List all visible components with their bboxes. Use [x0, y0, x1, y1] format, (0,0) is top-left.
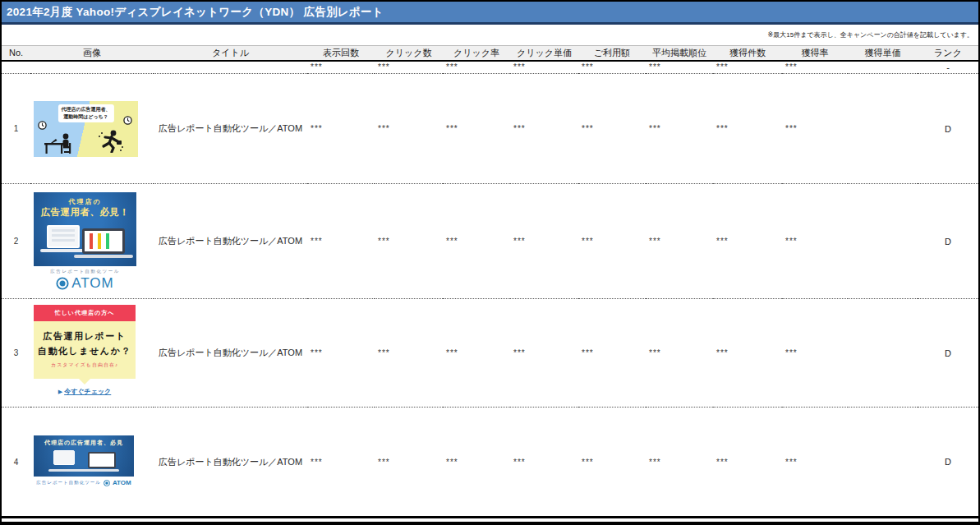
table-row: 3 忙しい代理店の方へ 広告運用レポート 自動化しませんか？ カスタマイズも自由…: [2, 299, 978, 408]
col-header-avg-position: 平均掲載順位: [646, 46, 713, 61]
tablet-icon: [82, 228, 125, 254]
row-number: 3: [2, 299, 30, 408]
clock-icon: [123, 116, 132, 125]
report-title: 2021年2月度 Yahoo!ディスプレイネットワーク（YDN） 広告別レポート: [7, 5, 384, 20]
clock-icon: [38, 121, 47, 130]
tablet-icon: [88, 452, 116, 468]
cvr-value: ***: [782, 299, 848, 408]
ad-subtext: カスタマイズも自由自在♪: [34, 362, 136, 369]
report-title-bar: 2021年2月度 Yahoo!ディスプレイネットワーク（YDN） 広告別レポート: [2, 2, 978, 25]
totals-clicks: ***: [375, 61, 443, 74]
cpc-value: ***: [510, 408, 578, 518]
ad-tool-label: 広告レポート自動化ツール: [34, 269, 136, 274]
ad-creative-thumbnail: 代理店の 広告運用者、必見！ 広告レポート自動化ツール: [34, 192, 136, 291]
play-icon: ▶: [58, 389, 62, 394]
totals-ctr: ***: [443, 61, 510, 74]
atom-logo-icon: [56, 277, 69, 290]
atom-brand-text: ATOM: [71, 275, 114, 291]
ad-creative-thumbnail: 代理店の広告運用者、必見 広告レポート自動化ツール ATOM: [34, 435, 134, 488]
cvr-value: ***: [782, 74, 848, 184]
ctr-value: ***: [443, 408, 510, 518]
col-header-cpa: 獲得単価: [848, 46, 918, 61]
avg-position-value: ***: [646, 299, 713, 408]
atom-logo-icon: [104, 480, 110, 486]
table-row: 1 代理店の広告運用者、 運動時間はどっち？: [2, 74, 978, 184]
totals-cvr: ***: [782, 61, 848, 74]
col-header-cvr: 獲得率: [782, 46, 848, 61]
cpc-value: ***: [510, 74, 578, 184]
cvr-value: ***: [782, 184, 848, 299]
ad-title: 広告レポート自動化ツール／ATOM: [154, 408, 307, 518]
impressions-value: ***: [307, 408, 375, 518]
clicks-value: ***: [375, 299, 443, 408]
totals-avg-position: ***: [646, 61, 713, 74]
avg-position-value: ***: [646, 408, 713, 518]
row-number: 4: [2, 408, 30, 518]
avg-position-value: ***: [646, 184, 713, 299]
totals-impressions: ***: [307, 61, 375, 74]
conversions-value: ***: [713, 408, 782, 518]
clicks-value: ***: [375, 408, 443, 518]
cpa-value: [848, 74, 918, 184]
spend-value: ***: [578, 299, 646, 408]
avg-position-value: ***: [646, 74, 713, 184]
totals-row: *** *** *** *** *** *** *** *** -: [2, 61, 978, 74]
rank-value: D: [918, 408, 978, 518]
ctr-value: ***: [443, 74, 510, 184]
totals-cpa: [848, 61, 918, 74]
row-number: 1: [2, 74, 30, 184]
col-header-title: タイトル: [154, 46, 307, 61]
impressions-value: ***: [307, 299, 375, 408]
ad-title: 広告レポート自動化ツール／ATOM: [154, 184, 307, 299]
device-mockups: [34, 221, 136, 262]
rank-value: D: [918, 299, 978, 408]
clicks-value: ***: [375, 74, 443, 184]
table-row: 2 代理店の 広告運用者、必見！: [2, 184, 978, 299]
ad-headline: 自動化しませんか？: [34, 343, 136, 358]
ad-title: 広告レポート自動化ツール／ATOM: [154, 74, 307, 184]
cpa-value: [848, 299, 918, 408]
speech-bubble-tail: [79, 379, 90, 385]
totals-spend: ***: [578, 61, 646, 74]
spend-value: ***: [578, 74, 646, 184]
ad-bubble-text: 代理店の広告運用者、 運動時間はどっち？: [58, 104, 113, 122]
totals-cpc: ***: [510, 61, 578, 74]
ad-headline: 代理店の広告運用者、必見: [34, 439, 134, 447]
col-header-impressions: 表示回数: [307, 46, 375, 61]
spend-value: ***: [578, 408, 646, 518]
cpc-value: ***: [510, 184, 578, 299]
col-header-clicks: クリック数: [375, 46, 443, 61]
conversions-value: ***: [713, 299, 782, 408]
running-person-icon: [97, 130, 125, 153]
spend-value: ***: [578, 184, 646, 299]
col-header-image: 画像: [30, 46, 154, 61]
impressions-value: ***: [307, 74, 375, 184]
rank-value: D: [918, 184, 978, 299]
header-row: No. 画像 タイトル 表示回数 クリック数 クリック率 クリック単価 ご利用額…: [2, 46, 978, 61]
cvr-value: ***: [782, 408, 848, 518]
col-header-conversions: 獲得件数: [713, 46, 782, 61]
sitting-person-icon: [44, 133, 75, 154]
cpa-value: [848, 184, 918, 299]
ad-headline: 広告運用レポート: [34, 329, 136, 343]
ad-cta-link: ▶今すぐチェック: [34, 387, 136, 396]
clicks-value: ***: [375, 184, 443, 299]
totals-rank: -: [918, 61, 978, 74]
ad-creative-thumbnail: 代理店の広告運用者、 運動時間はどっち？: [34, 101, 138, 157]
ad-tool-label: 広告レポート自動化ツール: [36, 480, 101, 486]
ad-headline: 代理店の: [34, 197, 136, 206]
ad-title: 広告レポート自動化ツール／ATOM: [154, 299, 307, 408]
col-header-cpc: クリック単価: [510, 46, 578, 61]
col-header-rank: ランク: [918, 46, 978, 61]
col-header-ctr: クリック率: [443, 46, 510, 61]
col-header-spend: ご利用額: [578, 46, 646, 61]
ctr-value: ***: [443, 299, 510, 408]
report-page: 2021年2月度 Yahoo!ディスプレイネットワーク（YDN） 広告別レポート…: [0, 0, 980, 525]
conversions-value: ***: [713, 74, 782, 184]
ad-ribbon: 忙しい代理店の方へ: [34, 305, 136, 321]
ad-creative-thumbnail: 忙しい代理店の方へ 広告運用レポート 自動化しませんか？ カスタマイズも自由自在…: [34, 305, 136, 402]
conversions-value: ***: [713, 184, 782, 299]
ctr-value: ***: [443, 184, 510, 299]
col-header-no: No.: [2, 46, 30, 61]
laptop-icon: [53, 450, 75, 465]
